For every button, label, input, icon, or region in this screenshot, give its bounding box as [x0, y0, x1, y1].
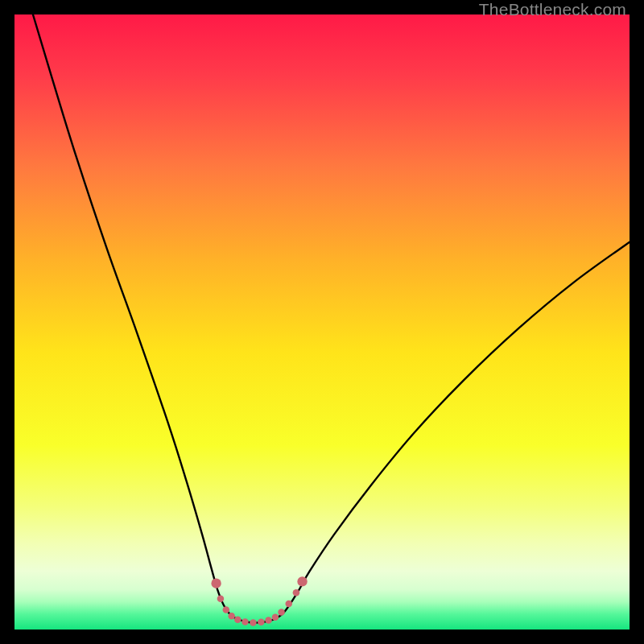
valley-dot	[293, 589, 300, 597]
valley-dot	[265, 617, 272, 624]
valley-dot	[228, 613, 235, 620]
curve-bottleneck-curve	[33, 14, 630, 623]
watermark-text: TheBottleneck.com	[479, 0, 626, 19]
valley-dot	[272, 613, 279, 621]
valley-dot	[234, 617, 242, 624]
valley-dot	[223, 606, 230, 613]
valley-dot-end	[297, 576, 307, 586]
valley-dot	[242, 618, 249, 625]
chart-frame: TheBottleneck.com	[0, 0, 644, 644]
plot-area	[14, 14, 630, 630]
valley-dot	[250, 619, 257, 626]
valley-dot	[278, 609, 285, 616]
valley-dot	[285, 601, 292, 608]
valley-dot	[258, 619, 265, 626]
chart-curves	[14, 14, 630, 630]
valley-dot	[217, 596, 225, 603]
valley-dot-end	[211, 579, 221, 588]
